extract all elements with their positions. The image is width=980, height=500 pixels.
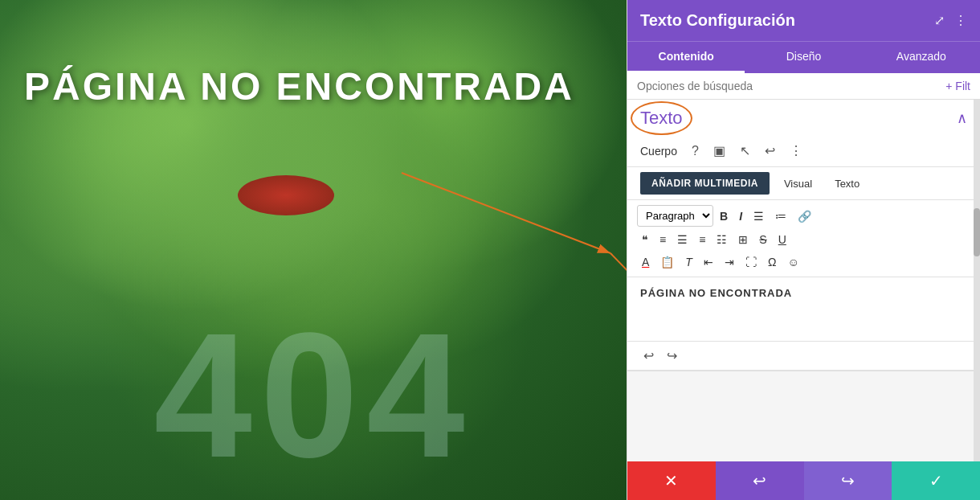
save-button[interactable]: ✓ [892,461,980,500]
strikethrough-button[interactable]: S [754,230,771,249]
indent-left-button[interactable]: ⇤ [699,252,718,272]
settings-icon[interactable]: ⋮ [954,13,967,28]
undo-redo-row: ↩ ↪ [627,342,980,371]
chevron-up-icon[interactable]: ∧ [957,109,967,127]
fullscreen-button[interactable]: ⛶ [741,252,762,272]
toolbar-row-2: ❝ ≡ ☰ ≡ ☷ ⊞ S U [637,230,970,249]
cuerpo-row: Cuerpo ? ▣ ↖ ↩ ⋮ [627,137,980,167]
align-center-button[interactable]: ☰ [672,230,692,249]
link-button[interactable]: 🔗 [793,207,816,226]
editor-toolbar: Paragraph B I ☰ ≔ 🔗 ❝ ≡ ☰ ≡ ☷ ⊞ S U [627,200,980,277]
align-left-button[interactable]: ≡ [655,230,671,249]
tab-visual-button[interactable]: Visual [776,173,820,195]
tab-texto-button[interactable]: Texto [827,173,868,195]
scrollbar-thumb [974,208,980,256]
clear-format-button[interactable]: T [680,252,697,272]
undo-header-icon[interactable]: ↩ [762,141,778,160]
bold-button[interactable]: B [715,207,733,226]
error-404-label: 404 [0,307,627,484]
font-color-button[interactable]: A [637,252,654,272]
search-bar: + Filt [627,73,980,100]
special-char-button[interactable]: Ω [763,252,781,272]
texto-header: Texto ∧ [627,100,980,137]
more-icon[interactable]: ⋮ [786,141,806,160]
tab-avanzado[interactable]: Avanzado [863,42,980,73]
search-input[interactable] [637,80,939,92]
paste-button[interactable]: 📋 [655,252,679,272]
frog-mouth [238,175,334,215]
emoji-button[interactable]: ☺ [782,252,803,272]
align-right-button[interactable]: ≡ [694,230,710,249]
italic-button[interactable]: I [734,207,747,226]
expand-icon[interactable]: ⤢ [934,13,945,28]
anadir-btn-row: AÑADIR MULTIMEDIA Visual Texto [627,167,980,200]
panel-bottom-bar: ✕ ↩ ↪ ✓ [627,461,980,500]
undo-editor-button[interactable]: ↩ [640,346,657,365]
panel-content: Texto ∧ Cuerpo ? ▣ ↖ ↩ ⋮ AÑADIR MULTIMED… [627,100,980,461]
editor-text: PÁGINA NO ENCONTRADA [640,287,967,299]
scrollbar[interactable] [974,100,980,461]
paragraph-select[interactable]: Paragraph [637,205,713,227]
panel-tabs: Contenido Diseño Avanzado [627,41,980,73]
undo-bottom-button[interactable]: ↩ [716,461,804,500]
cancel-button[interactable]: ✕ [627,461,716,500]
texto-label: Texto [640,108,683,128]
question-icon[interactable]: ? [688,142,702,160]
table-button[interactable]: ⊞ [733,230,753,249]
underline-button[interactable]: U [774,230,791,249]
settings-panel: Texto Configuración ⤢ ⋮ Contenido Diseño… [627,0,980,500]
align-justify-button[interactable]: ☷ [712,230,732,249]
toolbar-row-3: A 📋 T ⇤ ⇥ ⛶ Ω ☺ [637,252,970,272]
canvas-area: PÁGINA NO ENCONTRADA 404 [0,0,627,500]
tab-diseno[interactable]: Diseño [745,42,862,73]
tab-contenido[interactable]: Contenido [627,42,745,73]
quote-button[interactable]: ❝ [637,230,653,249]
texto-section: Texto ∧ Cuerpo ? ▣ ↖ ↩ ⋮ AÑADIR MULTIMED… [627,100,980,371]
anadir-multimedia-button[interactable]: AÑADIR MULTIMEDIA [640,172,770,195]
mobile-icon[interactable]: ▣ [710,141,729,160]
redo-editor-button[interactable]: ↪ [664,346,680,365]
cuerpo-label: Cuerpo [640,145,680,158]
redo-bottom-button[interactable]: ↪ [804,461,892,500]
editor-area[interactable]: PÁGINA NO ENCONTRADA [627,277,980,342]
page-not-found-label: PÁGINA NO ENCONTRADA [24,64,574,109]
header-icons: ⤢ ⋮ [934,13,967,28]
list-unordered-button[interactable]: ☰ [749,207,769,226]
panel-header: Texto Configuración ⤢ ⋮ [627,0,980,41]
filter-button[interactable]: + Filt [945,80,970,92]
toolbar-row-1: Paragraph B I ☰ ≔ 🔗 [637,205,970,227]
panel-title: Texto Configuración [640,11,795,30]
list-ordered-button[interactable]: ≔ [770,207,791,226]
indent-right-button[interactable]: ⇥ [720,252,739,272]
texto-circle: Texto [640,108,683,129]
cursor-icon[interactable]: ↖ [737,141,753,160]
